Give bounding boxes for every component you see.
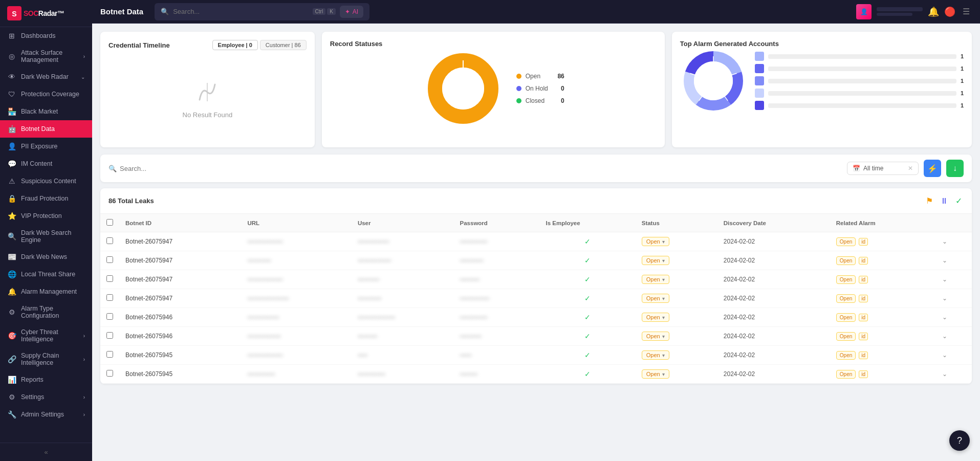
row-expand-cell: ⌄ <box>936 232 972 251</box>
table-search[interactable]: 🔍 <box>108 165 842 172</box>
alarm-open-badge[interactable]: Open <box>836 351 856 360</box>
row-expand-btn[interactable]: ⌄ <box>942 333 947 340</box>
user-avatar[interactable]: 👤 <box>856 4 872 19</box>
status-badge[interactable]: Open ▾ <box>642 256 669 265</box>
row-related-alarm: Open id <box>830 327 936 346</box>
sidebar-item-im-content[interactable]: 💬 IM Content <box>0 155 92 172</box>
check-icon-btn[interactable]: ✓ <box>954 194 964 207</box>
sidebar-item-protection-coverage[interactable]: 🛡 Protection Coverage <box>0 85 92 103</box>
sidebar-item-local-threat[interactable]: 🌐 Local Threat Share <box>0 266 92 283</box>
row-expand-btn[interactable]: ⌄ <box>942 257 947 264</box>
sidebar-item-suspicious-content[interactable]: ⚠ Suspicious Content <box>0 172 92 190</box>
alarm-open-badge[interactable]: Open <box>836 294 856 303</box>
row-checkbox[interactable] <box>106 275 113 282</box>
row-checkbox[interactable] <box>106 237 113 244</box>
select-all-checkbox[interactable] <box>106 219 113 226</box>
sidebar-item-vip-protection[interactable]: ⭐ VIP Protection <box>0 207 92 225</box>
sidebar-item-attack-surface[interactable]: ◎ Attack Surface Management › <box>0 45 92 68</box>
sidebar-item-settings[interactable]: ⚙ Settings › <box>0 388 92 406</box>
row-checkbox[interactable] <box>106 370 113 377</box>
status-badge[interactable]: Open ▾ <box>642 275 669 284</box>
row-password: ••••••••• <box>454 365 540 384</box>
table-head-row: Botnet ID URL User Password Is Employee … <box>100 214 972 232</box>
alarm-open-badge[interactable]: Open <box>836 237 856 246</box>
notification-badge-container[interactable]: 🔴 <box>944 6 955 17</box>
row-expand-btn[interactable]: ⌄ <box>942 276 947 283</box>
tab-customer[interactable]: Customer | 86 <box>260 40 307 50</box>
status-badge[interactable]: Open ▾ <box>642 294 669 303</box>
sidebar-collapse-btn[interactable]: « <box>0 443 92 461</box>
alarm-open-badge[interactable]: Open <box>836 256 856 265</box>
table-action-buttons: ⚑ ⏸ ✓ <box>924 194 964 207</box>
row-is-employee: ✓ <box>540 327 636 346</box>
employee-check-icon: ✓ <box>584 237 591 246</box>
row-expand-btn[interactable]: ⌄ <box>942 352 947 359</box>
row-checkbox[interactable] <box>106 256 113 263</box>
row-status: Open ▾ <box>636 251 717 270</box>
alarm-avatar-1 <box>755 52 764 61</box>
alarm-open-badge[interactable]: Open <box>836 332 856 341</box>
sidebar-item-dark-web-news[interactable]: 📰 Dark Web News <box>0 248 92 266</box>
open-dot <box>516 74 521 79</box>
alarm-open-badge[interactable]: Open <box>836 275 856 284</box>
filter-search-input[interactable] <box>120 165 842 172</box>
row-checkbox[interactable] <box>106 313 113 320</box>
status-badge[interactable]: Open ▾ <box>642 332 669 341</box>
keyboard-shortcut: Ctrl K <box>313 8 336 15</box>
sidebar-item-botnet-data[interactable]: 🤖 Botnet Data <box>0 120 92 138</box>
alarm-open-badge[interactable]: Open <box>836 313 856 322</box>
sidebar-item-supply-chain[interactable]: 🔗 Supply Chain Intelligence › <box>0 347 92 371</box>
filter-apply-btn[interactable]: ⚡ <box>924 160 941 177</box>
sidebar-item-admin-settings[interactable]: 🔧 Admin Settings › <box>0 406 92 423</box>
sidebar-item-fraud-protection[interactable]: 🔒 Fraud Protection <box>0 190 92 207</box>
row-expand-btn[interactable]: ⌄ <box>942 370 947 378</box>
sidebar-item-dark-web-search[interactable]: 🔍 Dark Web Search Engine <box>0 225 92 248</box>
row-checkbox[interactable] <box>106 332 113 339</box>
row-checkbox[interactable] <box>106 351 113 358</box>
date-filter[interactable]: 📅 All time ✕ <box>847 162 919 175</box>
sidebar-item-alarm-type-config[interactable]: ⚙ Alarm Type Configuration <box>0 300 92 324</box>
menu-icon-btn[interactable]: ☰ <box>961 5 972 18</box>
row-expand-btn[interactable]: ⌄ <box>942 295 947 302</box>
row-checkbox-cell <box>100 308 119 327</box>
alarm-name-4 <box>768 91 956 96</box>
sidebar-item-pii-exposure[interactable]: 👤 PII Exposure <box>0 138 92 155</box>
sidebar-item-alarm-management[interactable]: 🔔 Alarm Management <box>0 283 92 300</box>
sidebar-item-black-market[interactable]: 🏪 Black Market <box>0 103 92 120</box>
record-statuses-content: Open 86 On Hold 0 Closed 0 <box>330 48 657 129</box>
row-checkbox[interactable] <box>106 294 113 301</box>
alarm-list-item: 1 <box>755 52 964 61</box>
search-input[interactable] <box>173 8 308 15</box>
row-expand-btn[interactable]: ⌄ <box>942 238 947 245</box>
page-content: Credential Timeline Employee | 0 Custome… <box>92 24 980 461</box>
employee-check-icon: ✓ <box>584 351 591 359</box>
status-badge[interactable]: Open ▾ <box>642 369 669 379</box>
credential-timeline-card: Credential Timeline Employee | 0 Custome… <box>100 32 315 147</box>
closed-dot <box>516 98 521 103</box>
status-badge[interactable]: Open ▾ <box>642 237 669 246</box>
pause-icon-btn[interactable]: ⏸ <box>939 195 950 207</box>
top-cards-row: Credential Timeline Employee | 0 Custome… <box>100 32 972 147</box>
row-expand-btn[interactable]: ⌄ <box>942 314 947 321</box>
notification-bell[interactable]: 🔔 <box>928 6 939 17</box>
support-button[interactable]: ? <box>949 430 970 451</box>
sidebar-item-cyber-threat[interactable]: 🎯 Cyber Threat Intelligence › <box>0 324 92 347</box>
tab-employee[interactable]: Employee | 0 <box>212 40 258 50</box>
export-btn[interactable]: ↓ <box>946 160 964 177</box>
status-badge[interactable]: Open ▾ <box>642 313 669 322</box>
status-badge[interactable]: Open ▾ <box>642 350 669 360</box>
svg-point-18 <box>694 61 733 100</box>
chevron-right-icon-3: › <box>83 357 85 362</box>
sidebar-item-dark-web-radar[interactable]: 👁 Dark Web Radar ⌄ <box>0 68 92 85</box>
sidebar-item-reports[interactable]: 📊 Reports <box>0 371 92 388</box>
sidebar-item-dashboards[interactable]: ⊞ Dashboards <box>0 27 92 45</box>
no-result-container: No Result Found <box>108 61 307 139</box>
ai-button[interactable]: ✦ AI <box>340 6 363 18</box>
record-statuses-title: Record Statuses <box>330 40 383 48</box>
filter-icon-btn[interactable]: ⚑ <box>924 194 934 207</box>
alarm-open-badge[interactable]: Open <box>836 370 856 379</box>
search-bar[interactable]: 🔍 Ctrl K ✦ AI <box>155 3 369 20</box>
clear-date-icon[interactable]: ✕ <box>908 165 913 172</box>
row-status: Open ▾ <box>636 346 717 365</box>
alarm-name-5 <box>768 103 956 108</box>
